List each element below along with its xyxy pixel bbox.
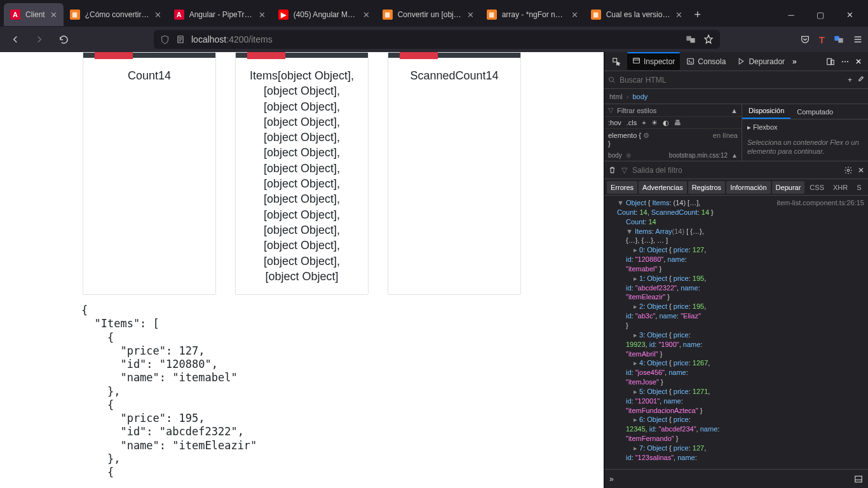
dark-icon[interactable]: ◐	[663, 119, 669, 127]
browser-tab[interactable]: ≣Cual es la version de✕	[585, 3, 689, 26]
browser-tab[interactable]: ≣¿Cómo convertir un✕	[64, 3, 168, 26]
console-cat[interactable]: S	[853, 181, 865, 194]
browser-tab[interactable]: ≣array - *ngFor no fu✕	[480, 3, 585, 26]
styles-panel: ▽ Filtrar estilos ▲ :hov .cls + ☀ ◐ 🖶 el…	[604, 104, 742, 161]
console-filter-input[interactable]	[632, 166, 728, 175]
window-controls: ─ ▢ ✕	[776, 3, 864, 26]
page-content[interactable]: Count14Items[object Object],[object Obje…	[0, 52, 604, 488]
add-rule-icon[interactable]: +	[642, 119, 646, 126]
shield-icon	[160, 35, 170, 44]
trash-icon[interactable]	[608, 166, 616, 174]
close-tab-icon[interactable]: ✕	[50, 10, 57, 20]
tab-computado[interactable]: Computado	[790, 105, 839, 119]
filter-icon: ▽	[608, 106, 613, 114]
page-icon	[176, 35, 185, 44]
console-cat[interactable]: Registros	[688, 181, 725, 194]
print-icon[interactable]: 🖶	[674, 119, 681, 126]
svg-rect-2	[690, 38, 695, 43]
card: Count14	[83, 52, 216, 295]
add-node-icon[interactable]: +	[848, 76, 852, 85]
pick-element-icon[interactable]	[607, 53, 626, 70]
more-tabs-icon[interactable]: »	[792, 57, 797, 66]
console-output[interactable]: item-list.component.ts:26:15▼Object { It…	[604, 196, 868, 469]
close-tab-icon[interactable]: ✕	[363, 10, 370, 20]
search-icon	[608, 76, 616, 84]
close-tab-icon[interactable]: ✕	[154, 10, 161, 20]
breadcrumb: html › body	[604, 89, 868, 104]
devtools-panel: Inspector Consola Depurador » ⋯ ✕	[604, 52, 868, 488]
light-icon[interactable]: ☀	[651, 119, 658, 127]
devtools-search: +	[604, 71, 868, 89]
console-categories: ErroresAdvertenciasRegistrosInformaciónD…	[604, 179, 868, 196]
console-cat[interactable]: Depurar	[772, 181, 805, 194]
extension-icon[interactable]: T	[819, 34, 825, 45]
close-tab-icon[interactable]: ✕	[467, 10, 474, 20]
browser-toolbar: localhost:4200/items T	[0, 27, 868, 52]
pocket-icon[interactable]	[800, 34, 810, 44]
close-tab-icon[interactable]: ✕	[571, 10, 578, 20]
close-console-icon[interactable]: ✕	[858, 166, 864, 175]
console-cat[interactable]: Advertencias	[639, 181, 687, 194]
bookmark-icon[interactable]	[703, 34, 714, 44]
crumb-html[interactable]: html	[609, 93, 623, 100]
responsive-icon[interactable]	[826, 57, 835, 66]
dots-icon[interactable]: ⋯	[841, 57, 849, 66]
tab-inspector[interactable]: Inspector	[627, 52, 680, 70]
html-search-input[interactable]	[620, 76, 844, 85]
console-cat[interactable]: Información	[726, 181, 770, 194]
browser-tab-bar: AClient✕≣¿Cómo convertir un✕AAngular - P…	[0, 0, 868, 27]
json-dump: { "Items": [ { "price": 127, "id": "1208…	[0, 295, 604, 479]
svg-rect-5	[613, 58, 617, 62]
card: ScannedCount14	[388, 52, 521, 295]
svg-rect-12	[855, 476, 862, 482]
split-icon[interactable]	[854, 475, 863, 484]
browser-tab[interactable]: AAngular - PipeTransf✕	[168, 3, 272, 26]
svg-rect-7	[688, 58, 694, 64]
url-text: localhost:4200/items	[191, 34, 273, 44]
translate-icon[interactable]	[686, 34, 696, 44]
svg-rect-4	[838, 38, 843, 43]
layout-panel: Disposición Computado ▸ Flexbox Seleccio…	[742, 104, 868, 161]
svg-point-10	[609, 77, 614, 81]
svg-rect-6	[634, 58, 640, 64]
console-cat[interactable]: Errores	[607, 181, 637, 194]
maximize-button[interactable]: ▢	[806, 3, 835, 26]
filter-styles-label: Filtrar estilos	[617, 107, 656, 114]
crumb-body[interactable]: body	[632, 93, 648, 100]
console-cat[interactable]: XHR	[829, 181, 851, 194]
browser-tab[interactable]: ▶(405) Angular Mysql✕	[272, 3, 376, 26]
svg-point-11	[847, 169, 850, 172]
settings-icon[interactable]	[844, 166, 853, 175]
flexbox-msg: Selecciona un contenedor Flex o un eleme…	[742, 135, 868, 159]
reload-button[interactable]	[53, 29, 74, 50]
card: Items[object Object],[object Object],[ob…	[235, 52, 369, 295]
tab-debugger[interactable]: Depurador	[732, 53, 790, 70]
element-rule: elemento { ⚙} en línea	[604, 129, 742, 150]
back-button[interactable]	[5, 29, 25, 50]
tab-console[interactable]: Consola	[681, 53, 731, 70]
close-tab-icon[interactable]: ✕	[259, 10, 266, 20]
console-drawer-icon[interactable]: »	[609, 475, 614, 484]
devtools-footer: »	[604, 469, 868, 488]
eyedropper-icon[interactable]	[856, 76, 864, 84]
close-devtools-icon[interactable]: ✕	[855, 57, 862, 66]
minimize-button[interactable]: ─	[776, 3, 806, 26]
console-cat[interactable]: CSS	[806, 181, 828, 194]
cls-toggle[interactable]: .cls	[627, 119, 637, 126]
forward-button[interactable]	[29, 29, 50, 50]
close-tab-icon[interactable]: ✕	[675, 10, 682, 20]
tab-disposicion[interactable]: Disposición	[742, 104, 790, 119]
console-header: ▽ ✕	[604, 161, 868, 179]
url-bar[interactable]: localhost:4200/items	[154, 30, 720, 49]
flexbox-header[interactable]: ▸ Flexbox	[742, 119, 868, 135]
hamburger-menu-icon[interactable]	[853, 34, 863, 44]
browser-tab[interactable]: ≣Convertir un [object✕	[376, 3, 480, 26]
close-window-button[interactable]: ✕	[835, 3, 864, 26]
hov-toggle[interactable]: :hov	[608, 119, 621, 126]
browser-tab[interactable]: AClient✕	[4, 3, 64, 26]
translate-ext-icon[interactable]	[834, 34, 844, 44]
devtools-tabs: Inspector Consola Depurador » ⋯ ✕	[604, 52, 868, 71]
new-tab-button[interactable]: +	[689, 8, 707, 22]
